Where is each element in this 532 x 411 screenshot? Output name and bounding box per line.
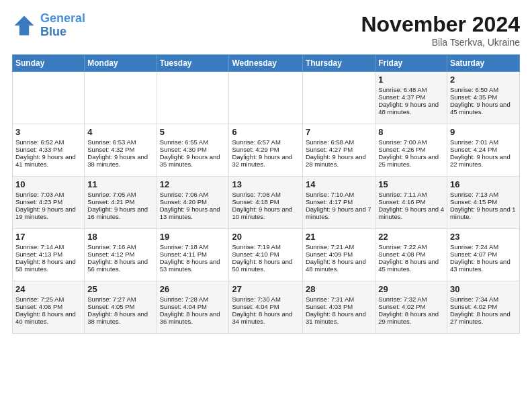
calendar-cell-0-2	[157, 72, 229, 124]
col-friday: Friday	[375, 55, 447, 72]
calendar-cell-0-0	[13, 72, 85, 124]
daylight-text: Daylight: 8 hours and 56 minutes.	[87, 258, 153, 273]
calendar-cell-0-5: 1Sunrise: 6:48 AMSunset: 4:37 PMDaylight…	[375, 72, 447, 124]
sunset-text: Sunset: 4:02 PM	[378, 303, 444, 310]
calendar-cell-4-4: 28Sunrise: 7:31 AMSunset: 4:03 PMDayligh…	[302, 281, 375, 334]
calendar-cell-0-6: 2Sunrise: 6:50 AMSunset: 4:35 PMDaylight…	[447, 72, 519, 124]
daylight-text: Daylight: 9 hours and 13 minutes.	[160, 205, 226, 220]
day-number: 17	[15, 232, 81, 242]
calendar-cell-3-6: 23Sunrise: 7:24 AMSunset: 4:07 PMDayligh…	[447, 229, 519, 281]
day-number: 26	[160, 284, 226, 294]
day-number: 1	[378, 75, 444, 85]
daylight-text: Daylight: 9 hours and 32 minutes.	[232, 153, 299, 168]
sunset-text: Sunset: 4:06 PM	[15, 303, 81, 310]
calendar-header-row: Sunday Monday Tuesday Wednesday Thursday…	[13, 55, 520, 72]
daylight-text: Daylight: 8 hours and 50 minutes.	[232, 258, 299, 273]
sunset-text: Sunset: 4:13 PM	[15, 250, 81, 258]
day-number: 30	[450, 284, 517, 294]
daylight-text: Daylight: 8 hours and 53 minutes.	[160, 258, 226, 273]
day-number: 23	[450, 232, 517, 242]
day-number: 16	[450, 179, 517, 189]
sunset-text: Sunset: 4:17 PM	[306, 198, 372, 205]
sunrise-text: Sunrise: 7:03 AM	[15, 191, 81, 198]
daylight-text: Daylight: 9 hours and 28 minutes.	[306, 153, 372, 168]
sunrise-text: Sunrise: 7:08 AM	[232, 191, 299, 198]
calendar-cell-1-6: 9Sunrise: 7:01 AMSunset: 4:24 PMDaylight…	[447, 124, 519, 177]
sunset-text: Sunset: 4:12 PM	[87, 250, 153, 258]
day-number: 25	[87, 284, 153, 294]
calendar-cell-3-4: 21Sunrise: 7:21 AMSunset: 4:09 PMDayligh…	[302, 229, 375, 281]
daylight-text: Daylight: 9 hours and 16 minutes.	[87, 205, 153, 220]
calendar-cell-2-6: 16Sunrise: 7:13 AMSunset: 4:15 PMDayligh…	[447, 177, 519, 229]
sunrise-text: Sunrise: 6:53 AM	[87, 138, 153, 146]
sunset-text: Sunset: 4:04 PM	[160, 303, 226, 310]
sunset-text: Sunset: 4:32 PM	[87, 146, 153, 153]
sunset-text: Sunset: 4:16 PM	[378, 198, 444, 205]
sunrise-text: Sunrise: 7:25 AM	[15, 295, 81, 303]
sunrise-text: Sunrise: 7:06 AM	[160, 191, 226, 198]
daylight-text: Daylight: 8 hours and 40 minutes.	[15, 310, 81, 325]
calendar-cell-2-1: 11Sunrise: 7:05 AMSunset: 4:21 PMDayligh…	[85, 177, 157, 229]
calendar-cell-4-5: 29Sunrise: 7:32 AMSunset: 4:02 PMDayligh…	[375, 281, 447, 334]
sunset-text: Sunset: 4:15 PM	[450, 198, 517, 205]
col-sunday: Sunday	[13, 55, 85, 72]
daylight-text: Daylight: 8 hours and 36 minutes.	[160, 310, 226, 325]
calendar-cell-0-1	[85, 72, 157, 124]
sunrise-text: Sunrise: 7:01 AM	[450, 138, 517, 146]
calendar-cell-3-1: 18Sunrise: 7:16 AMSunset: 4:12 PMDayligh…	[85, 229, 157, 281]
sunrise-text: Sunrise: 7:05 AM	[87, 191, 153, 198]
day-number: 20	[232, 232, 299, 242]
day-number: 9	[450, 127, 517, 137]
calendar-cell-1-5: 8Sunrise: 7:00 AMSunset: 4:26 PMDaylight…	[375, 124, 447, 177]
sunrise-text: Sunrise: 6:50 AM	[450, 86, 517, 93]
calendar-cell-3-2: 19Sunrise: 7:18 AMSunset: 4:11 PMDayligh…	[157, 229, 229, 281]
sunrise-text: Sunrise: 6:58 AM	[306, 138, 372, 146]
daylight-text: Daylight: 9 hours and 4 minutes.	[378, 205, 444, 220]
calendar-cell-2-3: 13Sunrise: 7:08 AMSunset: 4:18 PMDayligh…	[229, 177, 302, 229]
sunset-text: Sunset: 4:37 PM	[378, 93, 444, 101]
daylight-text: Daylight: 8 hours and 38 minutes.	[87, 310, 153, 325]
sunrise-text: Sunrise: 7:34 AM	[450, 295, 517, 303]
sunset-text: Sunset: 4:27 PM	[306, 146, 372, 153]
logo-line2: Blue	[40, 25, 66, 38]
daylight-text: Daylight: 8 hours and 31 minutes.	[306, 310, 372, 325]
day-number: 18	[87, 232, 153, 242]
sunset-text: Sunset: 4:03 PM	[306, 303, 372, 310]
sunrise-text: Sunrise: 7:14 AM	[15, 243, 81, 250]
sunset-text: Sunset: 4:33 PM	[15, 146, 81, 153]
day-number: 7	[306, 127, 372, 137]
sunset-text: Sunset: 4:30 PM	[160, 146, 226, 153]
sunrise-text: Sunrise: 7:32 AM	[378, 295, 444, 303]
sunrise-text: Sunrise: 7:11 AM	[378, 191, 444, 198]
sunset-text: Sunset: 4:24 PM	[450, 146, 517, 153]
calendar-cell-4-1: 25Sunrise: 7:27 AMSunset: 4:05 PMDayligh…	[85, 281, 157, 334]
daylight-text: Daylight: 9 hours and 22 minutes.	[450, 153, 517, 168]
calendar-cell-0-4	[302, 72, 375, 124]
sunset-text: Sunset: 4:05 PM	[87, 303, 153, 310]
sunset-text: Sunset: 4:21 PM	[87, 198, 153, 205]
calendar-cell-1-0: 3Sunrise: 6:52 AMSunset: 4:33 PMDaylight…	[13, 124, 85, 177]
logo: General Blue	[12, 12, 85, 39]
sunrise-text: Sunrise: 7:24 AM	[450, 243, 517, 250]
sunset-text: Sunset: 4:09 PM	[306, 250, 372, 258]
sunrise-text: Sunrise: 7:16 AM	[87, 243, 153, 250]
sunset-text: Sunset: 4:02 PM	[450, 303, 517, 310]
daylight-text: Daylight: 8 hours and 45 minutes.	[378, 258, 444, 273]
sunrise-text: Sunrise: 6:52 AM	[15, 138, 81, 146]
daylight-text: Daylight: 9 hours and 48 minutes.	[378, 101, 444, 116]
sunrise-text: Sunrise: 7:22 AM	[378, 243, 444, 250]
calendar-cell-1-2: 5Sunrise: 6:55 AMSunset: 4:30 PMDaylight…	[157, 124, 229, 177]
day-number: 21	[306, 232, 372, 242]
sunrise-text: Sunrise: 7:13 AM	[450, 191, 517, 198]
sunset-text: Sunset: 4:10 PM	[232, 250, 299, 258]
day-number: 15	[378, 179, 444, 189]
calendar-cell-2-4: 14Sunrise: 7:10 AMSunset: 4:17 PMDayligh…	[302, 177, 375, 229]
daylight-text: Daylight: 9 hours and 19 minutes.	[15, 205, 81, 220]
daylight-text: Daylight: 8 hours and 43 minutes.	[450, 258, 517, 273]
daylight-text: Daylight: 9 hours and 25 minutes.	[378, 153, 444, 168]
day-number: 2	[450, 75, 517, 85]
week-row-2: 3Sunrise: 6:52 AMSunset: 4:33 PMDaylight…	[13, 124, 520, 177]
calendar-cell-2-2: 12Sunrise: 7:06 AMSunset: 4:20 PMDayligh…	[157, 177, 229, 229]
location: Bila Tserkva, Ukraine	[361, 37, 520, 48]
sunrise-text: Sunrise: 7:18 AM	[160, 243, 226, 250]
